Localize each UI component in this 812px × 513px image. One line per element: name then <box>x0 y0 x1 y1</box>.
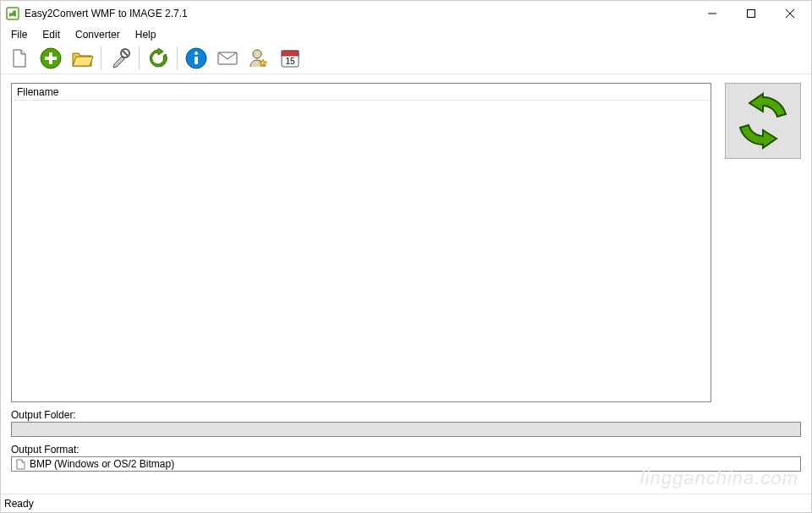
app-window: Easy2Convert WMF to IMAGE 2.7.1 File Edi… <box>0 0 812 513</box>
output-format-field[interactable]: BMP (Windows or OS/2 Bitmap) <box>11 456 801 472</box>
output-folder-label: Output Folder: <box>11 409 801 421</box>
svg-point-10 <box>195 52 198 55</box>
open-folder-button[interactable] <box>67 45 97 73</box>
menu-file[interactable]: File <box>4 28 34 41</box>
output-format-label: Output Format: <box>11 444 801 456</box>
file-list-header[interactable]: Filename <box>12 84 710 101</box>
menu-edit[interactable]: Edit <box>36 28 67 41</box>
new-file-button[interactable] <box>4 45 35 73</box>
settings-button[interactable] <box>105 45 135 73</box>
maximize-button[interactable] <box>732 1 771 26</box>
info-button[interactable] <box>181 45 211 73</box>
close-button[interactable] <box>771 1 809 26</box>
calendar-button[interactable]: 15 <box>275 45 305 73</box>
refresh-button[interactable] <box>143 45 173 73</box>
titlebar: Easy2Convert WMF to IMAGE 2.7.1 <box>1 1 811 26</box>
document-icon <box>14 458 26 470</box>
user-star-button[interactable] <box>244 45 274 73</box>
svg-rect-2 <box>748 10 755 18</box>
convert-button[interactable] <box>725 83 801 159</box>
mail-button[interactable] <box>212 45 243 73</box>
app-icon <box>6 7 19 20</box>
menubar: File Edit Converter Help <box>1 26 811 43</box>
menu-help[interactable]: Help <box>129 28 163 41</box>
svg-rect-15 <box>282 51 299 56</box>
menu-converter[interactable]: Converter <box>69 28 127 41</box>
svg-rect-11 <box>195 57 198 64</box>
svg-line-4 <box>786 9 794 18</box>
svg-line-3 <box>786 9 794 18</box>
statusbar: Ready <box>1 494 811 512</box>
file-list-body[interactable] <box>12 101 710 401</box>
window-controls <box>693 1 809 26</box>
output-format-value: BMP (Windows or OS/2 Bitmap) <box>30 458 174 470</box>
svg-text:15: 15 <box>285 57 295 66</box>
svg-point-13 <box>253 50 261 58</box>
toolbar: 15 <box>1 43 811 74</box>
toolbar-separator <box>177 46 178 70</box>
window-title: Easy2Convert WMF to IMAGE 2.7.1 <box>25 8 693 19</box>
client-area: Filename Output Folder: Output Format: B… <box>1 74 811 487</box>
add-file-button[interactable] <box>36 45 66 73</box>
toolbar-separator <box>139 46 140 70</box>
toolbar-separator <box>101 46 102 70</box>
file-list[interactable]: Filename <box>11 83 711 402</box>
status-text: Ready <box>4 498 34 510</box>
filename-column-header: Filename <box>17 86 58 98</box>
svg-rect-7 <box>45 57 57 60</box>
minimize-button[interactable] <box>693 1 732 26</box>
output-folder-field[interactable] <box>11 422 801 437</box>
